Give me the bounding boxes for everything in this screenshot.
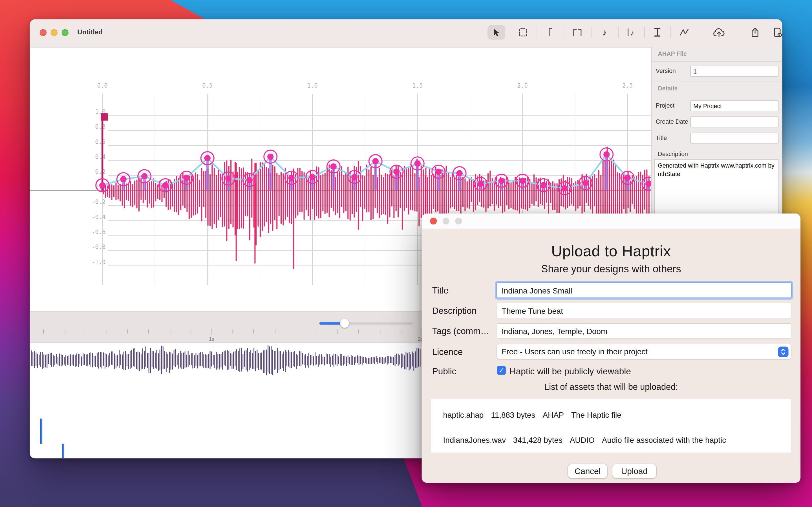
zoom-slider[interactable] [319, 322, 413, 325]
ruler-tick [401, 329, 401, 334]
asset-row[interactable]: IndianaJones.wav 341,428 bytes AUDIO Aud… [443, 436, 726, 445]
dialog-minimize-button [443, 218, 449, 224]
overview-transient-bar[interactable] [62, 444, 64, 458]
svg-text:0.4: 0.4 [95, 154, 106, 160]
pointer-icon [493, 28, 500, 37]
cloud-upload-button[interactable] [710, 25, 728, 40]
marquee-select-tool-button[interactable] [514, 25, 532, 40]
ruler-tick [191, 329, 191, 334]
parameter-curve-tool-button[interactable] [675, 25, 693, 40]
licence-select[interactable]: Free - Users can use freely in their pro… [497, 344, 791, 359]
overview-transient-bar[interactable] [40, 418, 42, 444]
ruler-tick [86, 329, 86, 334]
version-input[interactable] [690, 66, 778, 77]
asset-name: IndianaJones.wav [443, 436, 506, 445]
window-title: Untitled [77, 28, 103, 36]
share-icon [750, 27, 760, 38]
zoom-button[interactable] [62, 29, 68, 36]
ruler-tick [338, 329, 338, 334]
ruler-tick [170, 329, 170, 334]
public-checkbox[interactable]: ✓ [497, 366, 506, 375]
device-play-icon [773, 27, 782, 38]
svg-text:0.8: 0.8 [95, 123, 106, 130]
assets-list: haptic.ahap 11,883 bytes AHAP The Haptic… [431, 399, 791, 453]
desktop: Untitled ♪ ♪ [0, 0, 812, 507]
ruler-tick [317, 329, 317, 334]
public-label: Public [432, 367, 456, 377]
transient-event-tool-button[interactable] [542, 25, 560, 40]
toolbar-separator [644, 27, 645, 38]
marquee-select-icon [518, 27, 527, 37]
music-note-icon: ♪ [602, 28, 607, 37]
toolbar-separator [537, 27, 537, 38]
device-play-button[interactable] [769, 25, 782, 40]
version-label: Version [656, 68, 676, 74]
ruler-label: 1s [209, 336, 214, 342]
asset-type: AHAP [543, 410, 564, 419]
dialog-heading: Upload to Haptrix [422, 243, 801, 260]
continuous-event-icon [572, 27, 582, 37]
svg-text:-0.8: -0.8 [92, 244, 105, 250]
project-input[interactable] [690, 100, 778, 111]
svg-text:2.5: 2.5 [622, 82, 633, 89]
ruler-tick [212, 328, 212, 335]
asset-desc: The Haptic file [571, 410, 621, 419]
toolbar-separator [670, 27, 671, 38]
create-date-input[interactable] [690, 116, 778, 127]
upload-description-input[interactable] [497, 303, 791, 318]
zoom-slider-knob[interactable] [340, 319, 349, 328]
ruler-tick [128, 329, 128, 334]
upload-title-label: Title [432, 286, 449, 296]
section-header-ahap-file: AHAP File [658, 51, 687, 57]
close-button[interactable] [40, 29, 47, 36]
svg-text:2.0: 2.0 [517, 82, 528, 89]
upload-button[interactable]: Upload [612, 464, 656, 478]
svg-text:♪: ♪ [630, 29, 634, 37]
upload-tags-input[interactable] [497, 324, 791, 338]
svg-text:0.2: 0.2 [95, 169, 106, 175]
description-label: Description [658, 151, 688, 157]
ruler-tick [44, 329, 44, 334]
minimize-button[interactable] [51, 29, 57, 36]
asset-size: 11,883 bytes [491, 410, 535, 419]
titlebar[interactable]: Untitled ♪ ♪ [30, 19, 782, 48]
ruler-tick [233, 329, 233, 334]
licence-value: Free - Users can use freely in their pro… [502, 347, 648, 356]
toolbar-separator [618, 27, 619, 38]
ruler-tick [380, 329, 380, 334]
svg-text:-0.4: -0.4 [92, 214, 105, 221]
cancel-button[interactable]: Cancel [568, 464, 607, 478]
divider [652, 81, 782, 81]
audio-note-line-tool-button[interactable]: ♪ [622, 25, 640, 40]
asset-name: haptic.ahap [443, 410, 484, 419]
share-button[interactable] [746, 25, 764, 40]
toolbar-separator [564, 27, 564, 38]
asset-desc: Audio file associated with the haptic [602, 436, 726, 445]
dialog-titlebar[interactable] [422, 214, 801, 229]
upload-dialog: Upload to Haptrix Share your designs wit… [422, 214, 801, 483]
dialog-zoom-button [455, 218, 462, 224]
upload-description-label: Description [432, 306, 477, 316]
asset-size: 341,428 bytes [513, 436, 562, 445]
continuous-event-tool-button[interactable] [568, 25, 586, 40]
ruler-tick [149, 329, 149, 334]
asset-row[interactable]: haptic.ahap 11,883 bytes AHAP The Haptic… [443, 410, 621, 419]
upload-tags-label: Tags (comm… [432, 326, 490, 337]
svg-text:1.5: 1.5 [412, 82, 423, 89]
ruler-tick [296, 329, 296, 334]
project-label: Project [656, 102, 674, 108]
music-note-line-icon: ♪ [626, 27, 637, 37]
ruler-tick [64, 329, 65, 334]
upload-title-input[interactable] [497, 283, 791, 297]
title-label: Title [656, 135, 667, 141]
ruler-tick [359, 329, 359, 334]
dialog-close-button[interactable] [430, 218, 437, 224]
audio-note-tool-button[interactable]: ♪ [596, 25, 613, 40]
svg-text:0.5: 0.5 [202, 82, 213, 89]
title-input[interactable] [690, 133, 778, 144]
parameter-ibeam-tool-button[interactable] [649, 25, 666, 40]
svg-text:1.0: 1.0 [307, 82, 318, 89]
pointer-tool-button[interactable] [488, 25, 505, 40]
transient-event-icon [546, 27, 555, 37]
cloud-upload-icon [713, 27, 725, 38]
